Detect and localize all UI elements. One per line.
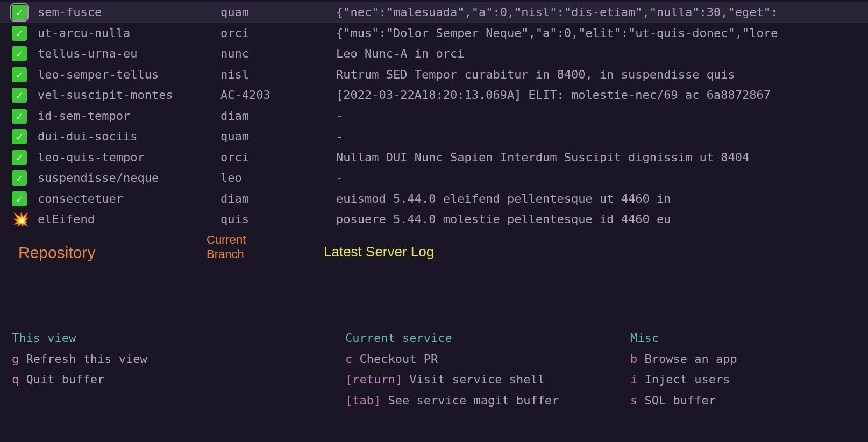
repo-name: dui-dui-sociis	[38, 126, 220, 147]
help-key: b	[630, 352, 637, 366]
repo-name: vel-suscipit-montes	[38, 85, 220, 106]
help-col-this-view: This view g Refresh this viewq Quit buff…	[12, 328, 345, 411]
log-text: -	[336, 126, 343, 147]
help-label: Browse an app	[637, 352, 737, 366]
branch-name: nunc	[220, 44, 336, 65]
help-label: See service magit buffer	[381, 394, 559, 407]
repo-name: consectetuer	[38, 189, 220, 210]
help-col-misc: Misc b Browse an appi Inject userss SQL …	[630, 328, 737, 411]
status-ok-icon: ✓	[12, 46, 38, 61]
service-row[interactable]: ✓vel-suscipit-montesAC-4203[2022-03-22A1…	[0, 85, 868, 106]
status-ok-icon: ✓	[12, 129, 38, 144]
help-key: [return]	[345, 373, 402, 386]
help-item: i Inject users	[630, 369, 737, 390]
branch-name: nisl	[220, 65, 336, 85]
service-row[interactable]: ✓consectetuerdiameuismod 5.44.0 eleifend…	[0, 189, 868, 210]
service-row[interactable]: ✓leo-quis-tempororciNullam DUI Nunc Sapi…	[0, 147, 868, 168]
branch-name: quam	[220, 2, 336, 23]
log-text: {"mus":"Dolor Semper Neque","a":0,"elit"…	[336, 23, 778, 44]
help-item: g Refresh this view	[12, 349, 345, 370]
branch-name: orci	[220, 147, 336, 168]
log-text: {"nec":"malesuada","a":0,"nisl":"dis-eti…	[336, 2, 778, 23]
log-text: -	[336, 106, 343, 127]
help-label: Inject users	[637, 373, 730, 386]
help-label: Checkout PR	[352, 352, 438, 366]
help-label: Quit buffer	[19, 373, 104, 386]
help-label: Refresh this view	[19, 352, 147, 366]
log-text: Leo Nunc-A in orci	[336, 44, 464, 65]
status-ok-icon: ✓	[12, 5, 38, 20]
help-col-current-service: Current service c Checkout PR[return] Vi…	[345, 328, 630, 411]
service-list: ✓sem-fuscequam{"nec":"malesuada","a":0,"…	[0, 0, 868, 230]
header-branch: CurrentBranch	[207, 232, 324, 262]
repo-name: sem-fusce	[38, 2, 220, 23]
status-ok-icon: ✓	[12, 150, 38, 165]
branch-name: quis	[220, 209, 336, 230]
repo-name: leo-semper-tellus	[38, 65, 220, 85]
header-log: Latest Server Log	[324, 232, 434, 265]
help-key: g	[12, 352, 19, 366]
help-label: Visit service shell	[402, 373, 545, 386]
branch-name: AC-4203	[220, 85, 336, 106]
repo-name: suspendisse/neque	[38, 168, 220, 189]
status-ok-icon: ✓	[12, 170, 38, 186]
repo-name: leo-quis-tempor	[38, 147, 220, 168]
help-item: c Checkout PR	[345, 349, 630, 370]
status-ok-icon: ✓	[12, 88, 38, 103]
help-key: q	[12, 373, 19, 386]
branch-name: diam	[220, 106, 336, 127]
service-row[interactable]: ✓tellus-urna-eununcLeo Nunc-A in orci	[0, 44, 868, 65]
help-title: Current service	[345, 328, 630, 349]
help-item: q Quit buffer	[12, 369, 345, 390]
help-item: s SQL buffer	[630, 390, 737, 411]
log-text: [2022-03-22A18:20:13.069A] ELIT: molesti…	[336, 85, 771, 106]
repo-name: elEifend	[38, 209, 220, 230]
status-ok-icon: ✓	[12, 26, 38, 41]
service-row[interactable]: ✓suspendisse/nequeleo-	[0, 168, 868, 189]
help-panel: This view g Refresh this viewq Quit buff…	[0, 328, 868, 411]
header-repository: Repository	[18, 232, 207, 267]
status-ok-icon: ✓	[12, 109, 38, 124]
help-key: [tab]	[345, 394, 381, 407]
repo-name: ut-arcu-nulla	[38, 23, 220, 44]
log-text: euismod 5.44.0 eleifend pellentesque ut …	[336, 189, 671, 210]
help-key: s	[630, 394, 637, 407]
log-text: Nullam DUI Nunc Sapien Interdum Suscipit…	[336, 147, 749, 168]
help-label: SQL buffer	[637, 394, 716, 407]
help-key: c	[345, 352, 352, 366]
help-item: [tab] See service magit buffer	[345, 390, 630, 411]
branch-name: orci	[220, 23, 336, 44]
branch-name: diam	[220, 189, 336, 210]
branch-name: quam	[220, 126, 336, 147]
repo-name: tellus-urna-eu	[38, 44, 220, 65]
status-ok-icon: ✓	[12, 67, 38, 82]
log-text: posuere 5.44.0 molestie pellentesque id …	[336, 209, 671, 230]
log-text: Rutrum SED Tempor curabitur in 8400, in …	[336, 65, 735, 85]
service-row[interactable]: ✓ut-arcu-nullaorci{"mus":"Dolor Semper N…	[0, 23, 868, 44]
log-text: -	[336, 168, 343, 189]
help-key: i	[630, 373, 637, 386]
repo-name: id-sem-tempor	[38, 106, 220, 127]
help-title: Misc	[630, 328, 737, 349]
service-row[interactable]: 💥elEifendquisposuere 5.44.0 molestie pel…	[0, 209, 868, 230]
service-row[interactable]: ✓id-sem-tempordiam-	[0, 106, 868, 127]
branch-name: leo	[220, 168, 336, 189]
service-row[interactable]: ✓leo-semper-tellusnislRutrum SED Tempor …	[0, 65, 868, 85]
help-item: [return] Visit service shell	[345, 369, 630, 390]
status-ok-icon: ✓	[12, 191, 38, 206]
column-headers: Repository CurrentBranch Latest Server L…	[0, 232, 868, 267]
help-item: b Browse an app	[630, 349, 737, 370]
service-row[interactable]: ✓dui-dui-sociisquam-	[0, 126, 868, 147]
help-title: This view	[12, 328, 345, 349]
status-error-icon: 💥	[12, 212, 38, 226]
service-row[interactable]: ✓sem-fuscequam{"nec":"malesuada","a":0,"…	[0, 2, 868, 23]
